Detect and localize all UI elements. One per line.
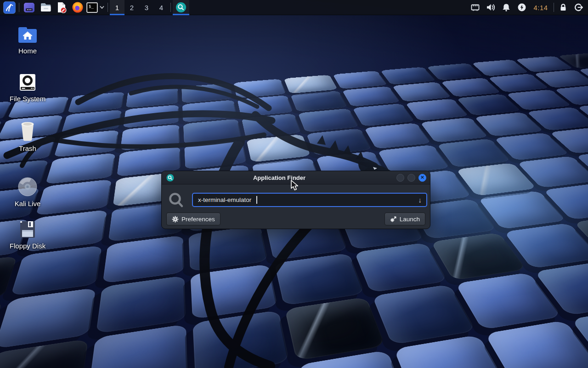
launcher-terminal-emulator[interactable]: $_ bbox=[85, 0, 98, 15]
svg-text:$_: $_ bbox=[89, 4, 94, 9]
power-battery-icon bbox=[517, 3, 526, 12]
desktop-icon-label: Kali Live bbox=[6, 200, 50, 207]
workspace-label: 4 bbox=[159, 4, 163, 12]
search-input-value: x-terminal-emulator bbox=[198, 196, 251, 203]
lock-screen-button[interactable] bbox=[556, 0, 571, 15]
hard-drive-icon bbox=[18, 73, 37, 92]
workspace-button-4[interactable]: 4 bbox=[154, 0, 169, 15]
desktop-icon-file-system[interactable]: File System bbox=[6, 73, 50, 103]
search-icon bbox=[175, 2, 187, 13]
window-title: Application Finder bbox=[174, 174, 396, 181]
close-icon: ✕ bbox=[420, 175, 424, 180]
workspace-label: 1 bbox=[115, 4, 119, 12]
notifications-tray-icon[interactable] bbox=[498, 0, 514, 15]
panel-separator bbox=[19, 3, 19, 12]
launch-button[interactable]: Launch bbox=[384, 213, 425, 225]
panel-separator bbox=[107, 3, 108, 12]
minimize-button[interactable] bbox=[396, 174, 404, 182]
launcher-firefox[interactable] bbox=[69, 0, 85, 15]
ethernet-icon bbox=[470, 3, 480, 12]
terminal-launcher-icon bbox=[23, 2, 35, 13]
terminal-dropdown-button[interactable] bbox=[98, 0, 106, 15]
desktop-icon-label: Trash bbox=[6, 144, 50, 152]
launch-icon bbox=[390, 216, 397, 223]
desktop-icon-label: Home bbox=[6, 47, 50, 55]
text-editor-icon bbox=[56, 1, 67, 13]
search-input[interactable]: x-terminal-emulator ↓ bbox=[192, 193, 427, 207]
bell-icon bbox=[502, 3, 511, 12]
speaker-icon bbox=[486, 3, 496, 12]
lock-icon bbox=[559, 3, 568, 12]
clock[interactable]: 4:14 bbox=[530, 0, 552, 15]
network-tray-icon[interactable] bbox=[467, 0, 483, 15]
logout-button[interactable] bbox=[571, 0, 586, 15]
panel-separator bbox=[554, 3, 554, 12]
workspace-label: 3 bbox=[145, 4, 148, 12]
top-panel: $_ 1 2 3 4 bbox=[0, 0, 588, 15]
workspace-button-2[interactable]: 2 bbox=[124, 0, 139, 15]
power-manager-tray-icon[interactable] bbox=[514, 0, 530, 15]
input-dropdown-arrow-icon[interactable]: ↓ bbox=[418, 196, 422, 203]
application-finder-icon bbox=[166, 174, 174, 182]
desktop-icon-trash[interactable]: Trash bbox=[6, 121, 50, 152]
gear-icon bbox=[172, 216, 179, 223]
desktop: $_ 1 2 3 4 bbox=[0, 0, 588, 368]
file-manager-icon bbox=[40, 2, 51, 13]
preferences-label: Preferences bbox=[181, 216, 215, 223]
trash-icon bbox=[18, 121, 37, 142]
desktop-icon-label: File System bbox=[6, 95, 50, 103]
optical-disc-icon bbox=[17, 177, 38, 197]
close-button[interactable]: ✕ bbox=[418, 174, 426, 182]
desktop-icon-home[interactable]: Home bbox=[6, 26, 50, 55]
workspace-button-1[interactable]: 1 bbox=[110, 0, 124, 15]
applications-menu-button[interactable] bbox=[1, 0, 17, 15]
firefox-icon bbox=[72, 1, 84, 13]
terminal-emulator-icon: $_ bbox=[86, 2, 98, 13]
logout-icon bbox=[574, 3, 583, 12]
taskbar-application-finder-button[interactable] bbox=[173, 0, 189, 15]
desktop-icon-kali-live[interactable]: Kali Live bbox=[6, 177, 50, 207]
home-folder-icon bbox=[17, 26, 38, 44]
desktop-icon-floppy-disk[interactable]: Floppy Disk bbox=[6, 220, 50, 250]
kali-menu-icon bbox=[3, 1, 16, 14]
launch-label: Launch bbox=[400, 216, 420, 223]
workspace-button-3[interactable]: 3 bbox=[139, 0, 154, 15]
preferences-button[interactable]: Preferences bbox=[166, 213, 220, 225]
clock-text: 4:14 bbox=[533, 4, 548, 12]
maximize-button[interactable] bbox=[407, 174, 415, 182]
desktop-icon-label: Floppy Disk bbox=[6, 242, 50, 250]
application-finder-window: Application Finder ✕ x-terminal-emulator… bbox=[161, 171, 430, 229]
floppy-disk-icon bbox=[18, 220, 37, 239]
workspace-label: 2 bbox=[130, 4, 134, 12]
volume-tray-icon[interactable] bbox=[483, 0, 498, 15]
chevron-down-icon bbox=[99, 6, 105, 9]
panel-separator bbox=[170, 3, 171, 12]
launcher-text-editor[interactable] bbox=[53, 0, 69, 15]
titlebar[interactable]: Application Finder ✕ bbox=[162, 171, 430, 184]
search-icon bbox=[168, 192, 185, 209]
launcher-terminal[interactable] bbox=[21, 0, 37, 15]
text-caret bbox=[256, 196, 257, 204]
finder-body: x-terminal-emulator ↓ Preferences bbox=[162, 184, 430, 229]
launcher-file-manager[interactable] bbox=[37, 0, 53, 15]
